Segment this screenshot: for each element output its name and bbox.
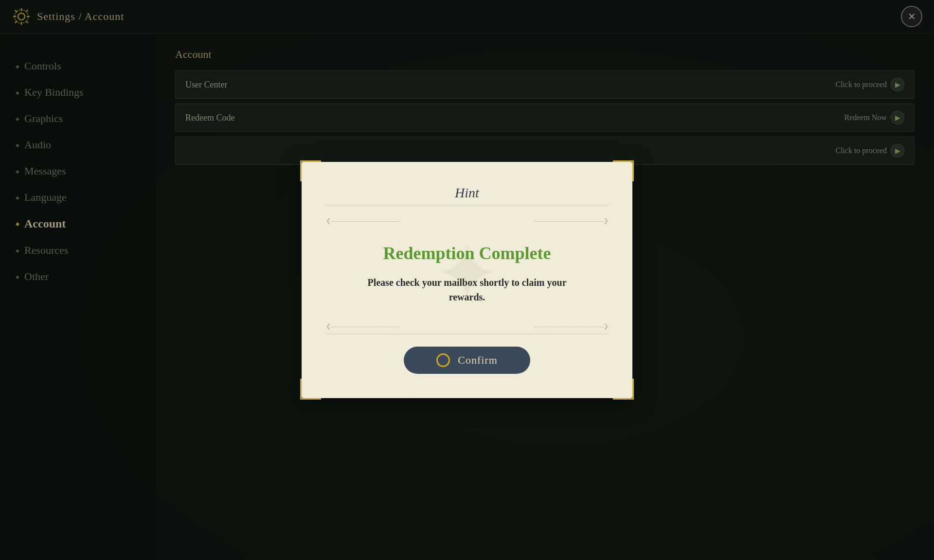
dialog-message: Please check your mailbox shortly to cla… xyxy=(336,275,598,304)
modal-overlay: Hint ✦ Redemption Complete Please check … xyxy=(0,0,934,560)
dialog-header: Hint xyxy=(326,176,608,206)
hint-dialog: Hint ✦ Redemption Complete Please check … xyxy=(302,162,632,398)
dialog-title: Hint xyxy=(455,185,479,200)
dialog-body: ✦ Redemption Complete Please check your … xyxy=(326,228,608,319)
dialog-footer: Confirm xyxy=(326,347,608,379)
dialog-inner: Hint ✦ Redemption Complete Please check … xyxy=(302,162,632,398)
deco-line-bottom xyxy=(326,319,608,334)
dialog-divider xyxy=(326,334,608,334)
confirm-button[interactable]: Confirm xyxy=(404,347,530,374)
confirm-label: Confirm xyxy=(458,354,498,367)
deco-line-top xyxy=(326,213,608,228)
confirm-icon xyxy=(436,353,450,367)
redemption-complete-heading: Redemption Complete xyxy=(336,243,598,263)
watermark: ✦ xyxy=(418,225,516,322)
